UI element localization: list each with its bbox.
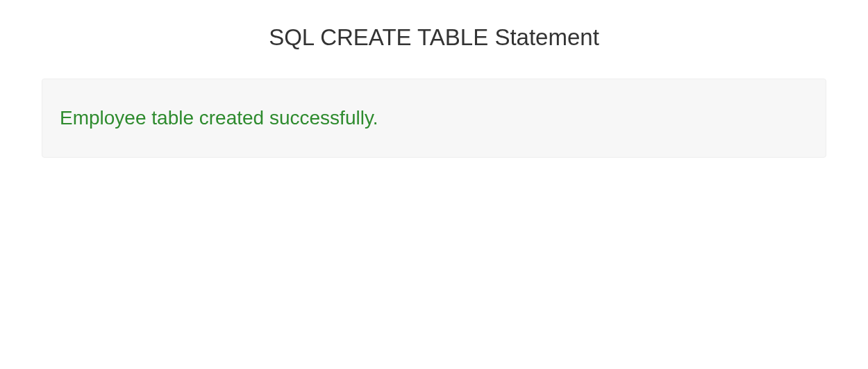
success-message: Employee table created successfully. — [60, 107, 808, 129]
output-message-box: Employee table created successfully. — [42, 79, 826, 158]
page-title: SQL CREATE TABLE Statement — [42, 24, 826, 51]
